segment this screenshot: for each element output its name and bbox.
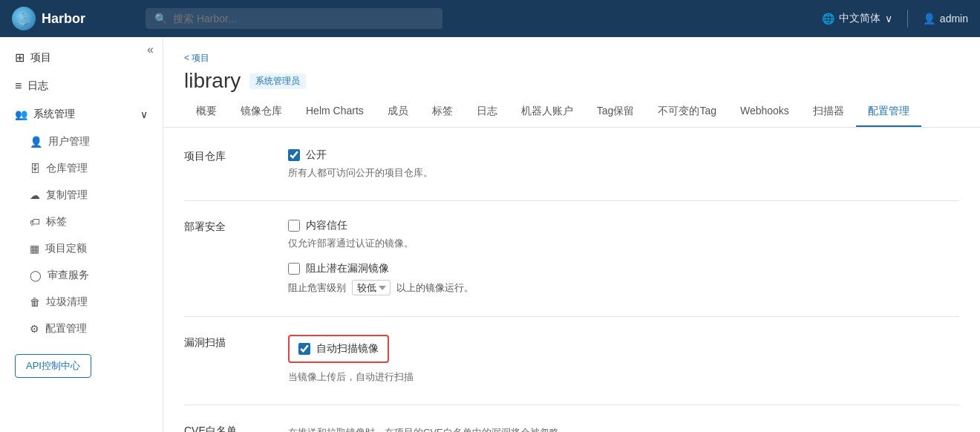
sidebar-item-project-quota-label: 项目定额 [45,242,87,255]
tabs: 概要 镜像仓库 Helm Charts 成员 标签 日志 机器人账户 Tag保留… [184,97,959,127]
project-badge: 系统管理员 [249,73,306,89]
topbar-divider [907,10,908,27]
user-label: admin [940,13,968,24]
config-icon: ⚙ [30,323,39,335]
logo-text: Harbor [42,11,85,27]
audit-icon: ◯ [30,269,42,281]
project-repo-body: 公开 所有人都可访问公开的项目仓库。 [288,148,959,180]
search-icon: 🔍 [154,13,167,24]
tab-labels[interactable]: 标签 [420,97,465,127]
user-mgmt-icon: 👤 [30,136,42,148]
project-quota-icon: ▦ [30,243,39,255]
gc-icon: 🗑 [30,296,40,308]
auto-scan-desc: 当镜像上传后，自动进行扫描 [288,370,959,384]
block-vuln-row: 阻止潜在漏洞镜像 [288,262,959,275]
logs-icon: ≡ [15,79,22,93]
sidebar-item-repo-mgmt-label: 仓库管理 [46,162,88,175]
language-label: 中文简体 [839,12,881,25]
page-header: < 项目 library 系统管理员 概要 镜像仓库 Helm Charts 成… [163,37,980,128]
main-content: < 项目 library 系统管理员 概要 镜像仓库 Helm Charts 成… [163,37,980,432]
breadcrumb[interactable]: < 项目 [184,52,959,65]
public-checkbox-row: 公开 [288,148,959,162]
user-menu[interactable]: 👤 admin [923,13,968,24]
search-input[interactable] [173,13,434,24]
sidebar-item-labels[interactable]: 🏷 标签 [0,209,163,235]
cve-body: 在推送和拉取镜像时，在项目的CVE白名单中的漏洞将会被忽略 [288,423,959,432]
sidebar-item-audit[interactable]: ◯ 审查服务 [0,262,163,289]
tab-overview[interactable]: 概要 [184,97,229,127]
sidebar-item-project-quota[interactable]: ▦ 项目定额 [0,235,163,262]
sidebar-group-system-label: 系统管理 [33,108,75,121]
config-row-cve: CVE白名单 在推送和拉取镜像时，在项目的CVE白名单中的漏洞将会被忽略 [184,423,959,432]
vuln-scan-body: 自动扫描镜像 当镜像上传后，自动进行扫描 [288,335,959,384]
sidebar-item-config-label: 配置管理 [45,322,87,336]
sidebar-item-logs[interactable]: ≡ 日志 [0,72,163,100]
sidebar-item-user-mgmt[interactable]: 👤 用户管理 [0,128,163,155]
topbar-right: 🌐 中文简体 ∨ 👤 admin [822,10,968,27]
replication-icon: ☁ [30,189,40,201]
repo-mgmt-icon: 🗄 [30,163,40,174]
tab-helm-charts[interactable]: Helm Charts [294,97,376,127]
chevron-down-icon: ∨ [885,13,892,24]
sidebar-item-gc-label: 垃圾清理 [46,295,88,309]
sidebar-item-user-mgmt-label: 用户管理 [48,135,90,148]
auto-scan-checkbox[interactable] [298,343,310,355]
harbor-logo-icon: ⚓ [12,7,36,30]
sidebar-item-labels-label: 标签 [46,215,67,229]
severity-suffix: 以上的镜像运行。 [396,281,474,295]
vuln-scan-label: 漏洞扫描 [184,335,258,350]
tab-scanners[interactable]: 扫描器 [801,97,856,127]
tab-webhooks[interactable]: Webhooks [728,97,801,127]
sidebar-item-projects-label: 项目 [30,51,51,65]
tab-config-mgmt[interactable]: 配置管理 [856,97,921,127]
divider-3 [184,405,959,405]
sidebar-item-gc[interactable]: 🗑 垃圾清理 [0,289,163,315]
sidebar-item-projects[interactable]: ⊞ 项目 [0,43,163,72]
sidebar-group-system-header[interactable]: 👥 系统管理 ∨ [0,100,163,128]
tab-logs[interactable]: 日志 [465,97,509,127]
sidebar-item-logs-label: 日志 [27,79,48,93]
config-row-deploy-security: 部署安全 内容信任 仅允许部署通过认证的镜像。 阻止潜在漏洞镜像 阻止危害级别 [184,219,959,295]
block-vuln-checkbox[interactable] [288,263,300,275]
content-trust-row: 内容信任 [288,219,959,232]
sidebar-item-replication-label: 复制管理 [46,189,88,202]
deploy-security-body: 内容信任 仅允许部署通过认证的镜像。 阻止潜在漏洞镜像 阻止危害级别 较低 低 … [288,219,959,295]
severity-select[interactable]: 较低 低 中 高 严重 [352,280,391,295]
config-row-vuln-scan: 漏洞扫描 自动扫描镜像 当镜像上传后，自动进行扫描 [184,335,959,384]
api-btn-wrap: API控制中心 [0,345,163,387]
config-row-project-repo: 项目仓库 公开 所有人都可访问公开的项目仓库。 [184,148,959,180]
search-bar[interactable]: 🔍 [146,8,442,29]
sidebar-item-audit-label: 审查服务 [48,269,89,282]
deploy-security-label: 部署安全 [184,219,258,234]
user-icon: 👤 [923,13,935,24]
sidebar-item-repo-mgmt[interactable]: 🗄 仓库管理 [0,155,163,182]
tab-robot-accounts[interactable]: 机器人账户 [509,97,585,127]
auto-scan-highlight-box: 自动扫描镜像 [288,335,389,363]
sidebar-item-replication[interactable]: ☁ 复制管理 [0,182,163,209]
language-selector[interactable]: 🌐 中文简体 ∨ [822,12,892,25]
globe-icon: 🌐 [822,13,834,24]
labels-icon: 🏷 [30,216,40,228]
api-center-button[interactable]: API控制中心 [15,354,91,378]
page-title: library [184,69,241,93]
severity-row: 阻止危害级别 较低 低 中 高 严重 以上的镜像运行。 [288,280,959,295]
tab-tag-retention[interactable]: Tag保留 [585,97,647,127]
sidebar-group-system: 👥 系统管理 ∨ 👤 用户管理 🗄 仓库管理 ☁ 复制管理 🏷 标签 ▦ [0,100,163,342]
cve-label: CVE白名单 [184,423,258,432]
sidebar-collapse-button[interactable]: « [147,43,154,56]
content-trust-label: 内容信任 [306,219,347,232]
page-title-row: library 系统管理员 [184,69,959,93]
content-trust-checkbox[interactable] [288,220,300,232]
sidebar-item-config[interactable]: ⚙ 配置管理 [0,315,163,342]
cve-desc: 在推送和拉取镜像时，在项目的CVE白名单中的漏洞将会被忽略 [288,426,959,432]
public-checkbox[interactable] [288,149,300,161]
divider-2 [184,316,959,317]
tab-repositories[interactable]: 镜像仓库 [229,97,294,127]
divider-1 [184,200,959,201]
tab-immutable-tags[interactable]: 不可变的Tag [646,97,728,127]
system-group-icon: 👥 [15,108,27,120]
project-repo-label: 项目仓库 [184,148,258,163]
severity-prefix: 阻止危害级别 [288,281,346,295]
block-vuln-label: 阻止潜在漏洞镜像 [306,262,389,275]
tab-members[interactable]: 成员 [376,97,420,127]
